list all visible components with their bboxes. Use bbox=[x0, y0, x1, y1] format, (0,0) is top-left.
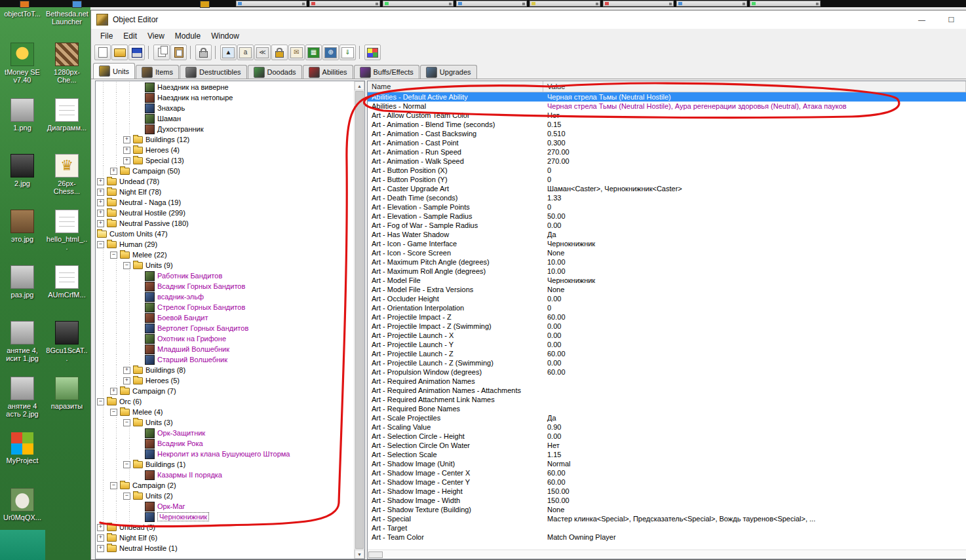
trigger-editor-button[interactable]: a bbox=[237, 45, 254, 60]
tab-units[interactable]: Units bbox=[93, 63, 135, 79]
property-row[interactable]: Art - Shadow Image (Unit)Normal bbox=[368, 459, 966, 468]
tree-item[interactable]: Орк-Маг bbox=[96, 501, 354, 512]
property-row[interactable]: Art - Animation - Run Speed270.00 bbox=[368, 147, 966, 157]
tree-item[interactable]: +Campaign (7) bbox=[96, 386, 354, 396]
import-manager-button[interactable]: ⇓ bbox=[339, 45, 356, 60]
column-header-name[interactable]: Name bbox=[368, 81, 543, 92]
desktop-icon[interactable]: AUmCrfM... bbox=[46, 261, 88, 317]
tree-item[interactable]: Наездник на виверне bbox=[96, 82, 354, 92]
table-hscrollbar[interactable] bbox=[368, 550, 966, 559]
property-row[interactable]: Art - Required Attachment Link Names bbox=[368, 395, 966, 404]
desktop-icon[interactable]: анятие 4 асть 2.jpg bbox=[1, 373, 43, 428]
taskbar-window-tab[interactable] bbox=[750, 1, 821, 7]
desktop-icon[interactable]: 8Gcu1ScAT... bbox=[46, 317, 88, 373]
tree-item[interactable]: +Neutral Hostile (1) bbox=[96, 543, 354, 553]
taskbar-app-icon[interactable] bbox=[200, 1, 210, 8]
property-row[interactable]: Abilities - Default Active AbilityЧерная… bbox=[368, 92, 966, 102]
expand-icon[interactable]: + bbox=[110, 388, 117, 395]
desktop-icon[interactable]: ♛26px-Chess... bbox=[46, 150, 88, 206]
property-row[interactable]: Art - Target bbox=[368, 523, 966, 532]
collapse-icon[interactable]: − bbox=[97, 241, 104, 248]
property-row[interactable]: Art - Death Time (seconds)1.33 bbox=[368, 193, 966, 202]
expand-icon[interactable]: + bbox=[123, 377, 130, 384]
tree-item[interactable]: −Human (29) bbox=[96, 239, 354, 250]
property-row[interactable]: Art - Projectile Launch - Z (Swimming)0.… bbox=[368, 358, 966, 367]
tree-item[interactable]: +Buildings (8) bbox=[96, 365, 354, 375]
tree-item[interactable]: Стрелок Горных Бандитов bbox=[96, 302, 354, 312]
property-row[interactable]: Art - Animation - Cast Backswing0.510 bbox=[368, 129, 966, 138]
collapse-icon[interactable]: − bbox=[110, 482, 117, 489]
tab-upgrades[interactable]: Upgrades bbox=[420, 65, 477, 79]
tree-item[interactable]: −Units (3) bbox=[96, 417, 354, 428]
collapse-icon[interactable]: − bbox=[110, 409, 117, 416]
tree-item[interactable]: −Melee (4) bbox=[96, 407, 354, 417]
tree-item[interactable]: Работник Бандитов bbox=[96, 271, 354, 281]
collapse-icon[interactable]: − bbox=[123, 493, 130, 500]
lock-button[interactable] bbox=[195, 45, 212, 60]
tab-destructibles[interactable]: Destructibles bbox=[180, 65, 247, 79]
hscrollbar-thumb[interactable] bbox=[368, 551, 383, 558]
tree-item[interactable]: −Units (2) bbox=[96, 491, 354, 501]
tree-item[interactable]: +Heroes (5) bbox=[96, 375, 354, 386]
desktop-icon[interactable]: это.jpg bbox=[1, 206, 43, 261]
tab-abilities[interactable]: Abilities bbox=[303, 65, 353, 79]
expand-icon[interactable]: + bbox=[97, 545, 104, 552]
property-row[interactable]: Art - Elevation - Sample Points0 bbox=[368, 202, 966, 212]
campaign-editor-button[interactable]: ✉ bbox=[288, 45, 305, 60]
tree-item[interactable]: Младший Волшебник bbox=[96, 344, 354, 354]
property-row[interactable]: Abilities - NormalЧерная стрела Тьмы (Ne… bbox=[368, 102, 966, 111]
property-row[interactable]: Art - Maximum Roll Angle (degrees)10.00 bbox=[368, 267, 966, 276]
expand-icon[interactable]: + bbox=[97, 534, 104, 542]
tree-item[interactable]: +Undead (78) bbox=[96, 176, 354, 187]
property-row[interactable]: Art - Animation - Walk Speed270.00 bbox=[368, 157, 966, 166]
tree-item[interactable]: Шаман bbox=[96, 113, 354, 124]
column-header-value[interactable]: Value bbox=[543, 81, 966, 92]
menu-module[interactable]: Module bbox=[170, 29, 206, 43]
property-row[interactable]: Art - Projectile Launch - Z60.00 bbox=[368, 349, 966, 358]
property-row[interactable]: Art - Shadow Image - Center X60.00 bbox=[368, 468, 966, 477]
property-row[interactable]: Art - Orientation Interpolation0 bbox=[368, 303, 966, 312]
tree-item[interactable]: −Buildings (1) bbox=[96, 459, 354, 470]
taskbar-window-tab[interactable] bbox=[530, 1, 600, 7]
tree-item[interactable]: Боевой Бандит bbox=[96, 312, 354, 323]
tree-item[interactable]: −Melee (22) bbox=[96, 250, 354, 260]
tab-buffs-effects[interactable]: Buffs/Effects bbox=[354, 65, 419, 79]
expand-icon[interactable]: + bbox=[123, 157, 130, 164]
property-row[interactable]: Art - Animation - Blend Time (seconds)0.… bbox=[368, 120, 966, 129]
scroll-down-icon[interactable]: ▼ bbox=[355, 550, 364, 559]
property-row[interactable]: Art - Has Water ShadowДа bbox=[368, 230, 966, 239]
tree-item[interactable]: −Units (9) bbox=[96, 260, 354, 271]
tree-item[interactable]: +Neutral - Naga (19) bbox=[96, 197, 354, 208]
taskbar-window-tab[interactable] bbox=[603, 1, 674, 7]
property-row[interactable]: Art - Model FileЧернокнижник bbox=[368, 276, 966, 285]
property-row[interactable]: Art - Model File - Extra VersionsNone bbox=[368, 285, 966, 294]
expand-icon[interactable]: + bbox=[97, 189, 104, 196]
tree-item[interactable]: +Heroes (4) bbox=[96, 145, 354, 155]
ai-editor-button[interactable]: ▦ bbox=[305, 45, 322, 60]
object-editor-button[interactable] bbox=[271, 45, 288, 60]
desktop-icon[interactable]: Диаграмм... bbox=[46, 94, 88, 150]
property-row[interactable]: Art - Icon - Game InterfaceЧернокнижник bbox=[368, 239, 966, 248]
collapse-icon[interactable]: − bbox=[123, 461, 130, 468]
property-row[interactable]: Art - Allow Custom Team ColorНет bbox=[368, 111, 966, 120]
expand-icon[interactable]: + bbox=[97, 178, 104, 185]
tab-items[interactable]: Items bbox=[136, 65, 179, 79]
property-row[interactable]: Art - Button Position (X)0 bbox=[368, 166, 966, 175]
desktop-icon[interactable]: паразиты bbox=[46, 373, 88, 428]
taskbar-window-tab[interactable] bbox=[676, 1, 747, 7]
property-row[interactable]: Art - Scale ProjectilesДа bbox=[368, 413, 966, 422]
tree-item[interactable]: всадник-эльф bbox=[96, 291, 354, 302]
menu-edit[interactable]: Edit bbox=[118, 29, 142, 43]
expand-icon[interactable]: + bbox=[123, 147, 130, 154]
taskbar-window-tab[interactable] bbox=[383, 1, 454, 7]
tree-item[interactable]: +Campaign (50) bbox=[96, 166, 354, 176]
property-row[interactable]: Art - Scaling Value0.90 bbox=[368, 422, 966, 432]
tree-item[interactable]: Знахарь bbox=[96, 103, 354, 113]
expand-icon[interactable]: + bbox=[123, 367, 130, 374]
desktop-icon[interactable]: раз.jpg bbox=[1, 261, 43, 317]
expand-icon[interactable]: + bbox=[97, 220, 104, 227]
taskbar-app-icon[interactable] bbox=[72, 1, 82, 8]
property-row[interactable]: Art - Shadow Texture (Building)None bbox=[368, 505, 966, 514]
collapse-icon[interactable]: − bbox=[110, 252, 117, 259]
property-row[interactable]: Art - Required Animation Names bbox=[368, 377, 966, 386]
